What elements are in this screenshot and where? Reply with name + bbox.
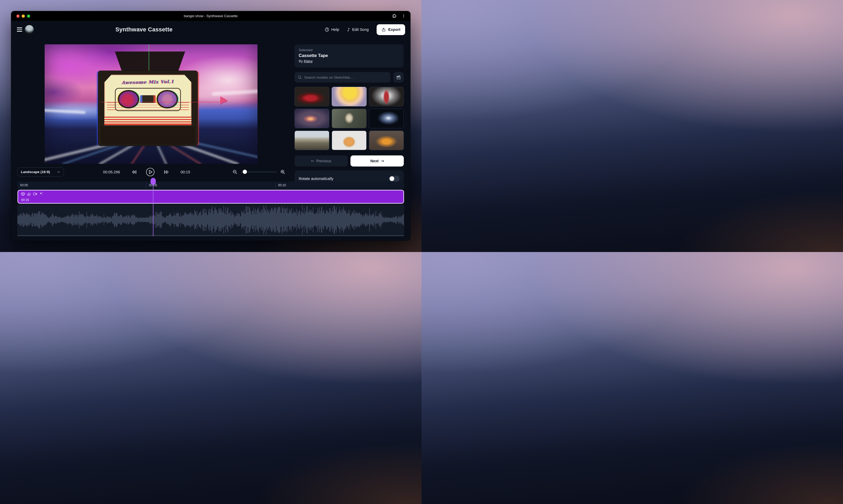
cassette-3d-model[interactable]: Awesome Mix Vol.1: [98, 71, 198, 146]
cassette-handwritten-title: Awesome Mix Vol.1: [104, 78, 191, 86]
waveform-graphic: [17, 204, 404, 235]
model-thumb-shiba[interactable]: [332, 131, 366, 150]
music-note-icon: ♪: [347, 28, 350, 32]
total-time-display: 00:15: [178, 170, 190, 174]
playhead-handle[interactable]: [151, 178, 156, 185]
zoom-window-button[interactable]: [27, 15, 30, 18]
close-window-button[interactable]: [16, 15, 19, 18]
ruler-tick-label: 00:00: [17, 182, 146, 189]
cassette-reel-window: [115, 88, 181, 111]
kebab-menu-icon[interactable]: [401, 14, 406, 19]
author-link[interactable]: Klasy: [304, 59, 313, 63]
project-title: Synthwave Cassette: [116, 26, 172, 33]
desktop-wallpaper: { "window": { "titlebar_title": "banger.…: [0, 0, 422, 252]
app-window: banger.show - Synthwave Cassette Synthwa…: [11, 11, 410, 241]
rotate-toggle[interactable]: [389, 176, 400, 182]
cassette-bottom-section: [101, 126, 195, 144]
ruler-tick-label: 00:05: [146, 182, 275, 189]
green-glitch-line: [149, 44, 149, 72]
help-circle-icon: [325, 27, 329, 32]
transport-controls: 00:05.266 00:15: [103, 167, 190, 177]
play-button[interactable]: [146, 167, 155, 177]
help-button[interactable]: Help: [325, 27, 339, 32]
spiral-icon: [27, 192, 31, 196]
audio-waveform-track[interactable]: [17, 204, 404, 236]
rewind-button[interactable]: [131, 170, 137, 175]
rotate-automatically-label: Rotate automatically: [299, 177, 333, 181]
clapperboard-button[interactable]: [393, 72, 404, 83]
pink-arrow-cone: [220, 96, 228, 104]
video-camera-icon: [33, 192, 37, 196]
model-thumb-anime-girl[interactable]: [332, 87, 366, 106]
app-header: Synthwave Cassette Help ♪ Edit Song: [11, 21, 410, 38]
video-preview-viewport[interactable]: Awesome Mix Vol.1: [45, 44, 258, 164]
extensions-puzzle-icon[interactable]: [391, 14, 397, 19]
model-thumb-storm-clouds[interactable]: [294, 109, 329, 128]
zoom-slider-knob[interactable]: [243, 170, 247, 174]
model-thumb-galaxy[interactable]: [369, 109, 404, 128]
model-thumb-city-street[interactable]: [294, 131, 329, 150]
timeline-video-clip[interactable]: 00:15: [17, 190, 404, 204]
timeline-zoom-controls: [233, 168, 285, 176]
user-avatar[interactable]: [25, 25, 34, 34]
search-input[interactable]: [304, 75, 388, 79]
model-thumb-fantasy-character[interactable]: [369, 87, 404, 106]
search-icon: [298, 75, 302, 79]
cassette-red-band: [104, 116, 191, 125]
aspect-ratio-dropdown[interactable]: Landscape (16:9): [17, 167, 64, 177]
model-thumb-sports-car[interactable]: [294, 87, 329, 106]
model-sidebar: Selected Cassette Tape By Klasy: [294, 44, 404, 182]
cassette-right-reel: [157, 90, 178, 108]
selected-model-card: Selected Cassette Tape By Klasy: [294, 44, 404, 68]
hamburger-menu-icon[interactable]: [17, 27, 22, 32]
traffic-lights: [16, 15, 30, 18]
model-thumb-skull[interactable]: [332, 109, 366, 128]
clip-track-icons: [21, 192, 43, 196]
share-upload-icon: [381, 28, 386, 32]
window-title: banger.show - Synthwave Cassette: [11, 14, 410, 18]
rotate-toggle-knob: [390, 176, 394, 181]
cube-3d-icon: [21, 192, 25, 196]
red-glitch-line: [100, 102, 228, 102]
model-thumb-toy-car[interactable]: [369, 131, 404, 150]
model-author-line: By Klasy: [299, 59, 400, 63]
window-titlebar: banger.show - Synthwave Cassette: [11, 11, 410, 21]
next-page-button[interactable]: Next →: [350, 156, 404, 166]
zoom-in-icon[interactable]: [280, 169, 285, 175]
timeline-ruler[interactable]: 00:00 00:05 00:10: [17, 182, 404, 189]
selected-model-name: Cassette Tape: [299, 53, 400, 58]
ruler-tick-label: 00:10: [275, 182, 404, 189]
minimize-window-button[interactable]: [22, 15, 25, 18]
model-search-box[interactable]: [294, 72, 391, 83]
clip-duration-label: 00:15: [21, 198, 29, 202]
arrow-right-icon: →: [381, 159, 384, 163]
arrow-left-icon: ←: [311, 159, 314, 163]
sparkles-icon: [39, 192, 43, 196]
chevron-down-icon: [57, 170, 61, 174]
fast-forward-button[interactable]: [164, 170, 169, 175]
export-button[interactable]: Export: [377, 24, 405, 35]
previous-page-button[interactable]: ← Previous: [294, 156, 348, 166]
edit-song-button[interactable]: ♪ Edit Song: [347, 28, 369, 32]
cassette-left-reel: [118, 90, 139, 108]
selected-heading: Selected: [299, 48, 400, 52]
model-thumbnail-grid: [294, 87, 404, 150]
cassette-label: Awesome Mix Vol.1: [104, 75, 191, 125]
current-time-display: 00:05.266: [103, 170, 123, 174]
zoom-out-icon[interactable]: [233, 169, 237, 175]
zoom-slider[interactable]: [241, 170, 276, 174]
rotate-automatically-card: Rotate automatically: [294, 170, 404, 182]
